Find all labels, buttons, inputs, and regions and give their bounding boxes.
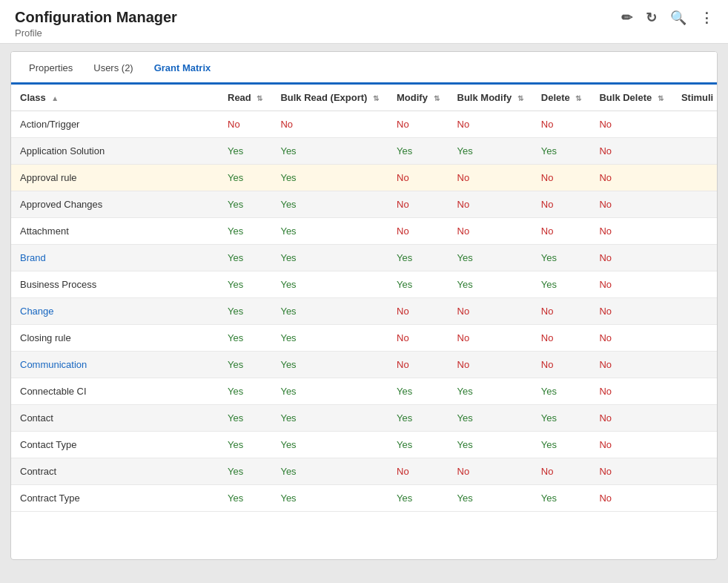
cell: Yes <box>271 432 388 458</box>
cell: Yes <box>219 325 271 352</box>
class-cell-link[interactable]: Change <box>20 306 54 317</box>
cell: No <box>590 191 672 218</box>
cell: No <box>590 165 672 191</box>
cell: No <box>590 271 672 298</box>
cell: No <box>590 485 672 512</box>
cell: No <box>590 352 672 378</box>
table-row: Change Yes Yes No No No No <box>11 298 717 325</box>
cell: Yes <box>271 458 388 485</box>
col-class[interactable]: Class ▲ <box>11 85 219 111</box>
class-cell-text: Action/Trigger <box>20 119 79 130</box>
cell: No <box>590 378 672 405</box>
edit-icon[interactable]: ✏ <box>621 10 632 26</box>
cell: Yes <box>219 485 271 512</box>
cell: No <box>590 218 672 245</box>
class-cell: Contact <box>11 405 219 432</box>
cell: Yes <box>271 352 388 378</box>
table-row: Attachment Yes Yes No No No No <box>11 218 717 245</box>
search-icon[interactable]: 🔍 <box>670 10 686 26</box>
cell: No <box>449 218 532 245</box>
cell: Yes <box>388 485 449 512</box>
table-row: Contract Yes Yes No No No No <box>11 458 717 485</box>
cell <box>672 245 717 271</box>
cell: No <box>590 325 672 352</box>
class-cell-text: Contract Type <box>20 493 80 504</box>
cell <box>672 325 717 352</box>
class-cell-text: Contract <box>20 466 56 477</box>
main-container: Properties Users (2) Grant Matrix Class … <box>10 51 718 560</box>
class-cell-text: Approval rule <box>20 172 77 183</box>
class-cell: Contract <box>11 458 219 485</box>
class-cell: Business Process <box>11 271 219 298</box>
cell: Yes <box>532 405 591 432</box>
more-icon[interactable]: ⋮ <box>700 10 713 26</box>
refresh-icon[interactable]: ↻ <box>646 10 657 26</box>
cell: Yes <box>388 378 449 405</box>
col-read[interactable]: Read ⇅ <box>219 85 271 111</box>
cell: Yes <box>271 245 388 271</box>
app-header: Configuration Manager ✏ ↻ 🔍 ⋮ Profile <box>0 0 728 44</box>
cell: No <box>449 325 532 352</box>
cell: Yes <box>219 191 271 218</box>
class-cell-link[interactable]: Brand <box>20 252 46 263</box>
cell: No <box>590 138 672 165</box>
cell: No <box>590 458 672 485</box>
cell: No <box>532 191 591 218</box>
col-bulk-modify[interactable]: Bulk Modify ⇅ <box>449 85 532 111</box>
class-cell: Change <box>11 298 219 325</box>
cell: No <box>449 352 532 378</box>
cell: Yes <box>388 432 449 458</box>
class-cell-text: Approved Changes <box>20 199 102 210</box>
cell: No <box>449 111 532 138</box>
class-cell-text: Attachment <box>20 225 69 237</box>
cell: No <box>449 298 532 325</box>
table-row: Communication Yes Yes No No No No <box>11 352 717 378</box>
cell: Yes <box>219 352 271 378</box>
cell: Yes <box>219 138 271 165</box>
col-stimuli[interactable]: Stimuli ⇅ <box>672 85 717 111</box>
cell: Yes <box>219 458 271 485</box>
cell: No <box>532 298 591 325</box>
col-bulk-delete[interactable]: Bulk Delete ⇅ <box>590 85 672 111</box>
cell: Yes <box>219 378 271 405</box>
cell: Yes <box>219 405 271 432</box>
cell: No <box>388 458 449 485</box>
tab-grant-matrix[interactable]: Grant Matrix <box>148 52 226 85</box>
cell: Yes <box>449 405 532 432</box>
cell: No <box>532 352 591 378</box>
col-bulk-read[interactable]: Bulk Read (Export) ⇅ <box>271 85 388 111</box>
cell <box>672 485 717 512</box>
cell <box>672 111 717 138</box>
cell <box>672 218 717 245</box>
cell: No <box>271 111 388 138</box>
cell: Yes <box>219 432 271 458</box>
tab-users[interactable]: Users (2) <box>87 52 148 85</box>
table-row: Contract Type Yes Yes Yes Yes Yes No <box>11 485 717 512</box>
class-cell-link[interactable]: Communication <box>20 359 87 370</box>
cell: No <box>590 405 672 432</box>
cell: Yes <box>271 218 388 245</box>
cell: Yes <box>532 432 591 458</box>
cell: Yes <box>271 298 388 325</box>
col-modify[interactable]: Modify ⇅ <box>388 85 449 111</box>
table-row: Business Process Yes Yes Yes Yes Yes No <box>11 271 717 298</box>
cell: Yes <box>449 245 532 271</box>
cell: No <box>590 245 672 271</box>
cell: Yes <box>532 138 591 165</box>
cell <box>672 298 717 325</box>
table-row: Action/Trigger No No No No No No <box>11 111 717 138</box>
cell: Yes <box>449 485 532 512</box>
table-row: Contact Yes Yes Yes Yes Yes No <box>11 405 717 432</box>
cell <box>672 432 717 458</box>
cell <box>672 352 717 378</box>
cell: Yes <box>219 218 271 245</box>
table-row: Closing rule Yes Yes No No No No <box>11 325 717 352</box>
cell: Yes <box>449 378 532 405</box>
tab-properties[interactable]: Properties <box>23 52 87 85</box>
class-cell-text: Closing rule <box>20 332 71 343</box>
col-delete[interactable]: Delete ⇅ <box>532 85 591 111</box>
class-cell: Approved Changes <box>11 191 219 218</box>
class-cell: Application Solution <box>11 138 219 165</box>
cell: Yes <box>449 432 532 458</box>
cell: No <box>590 432 672 458</box>
